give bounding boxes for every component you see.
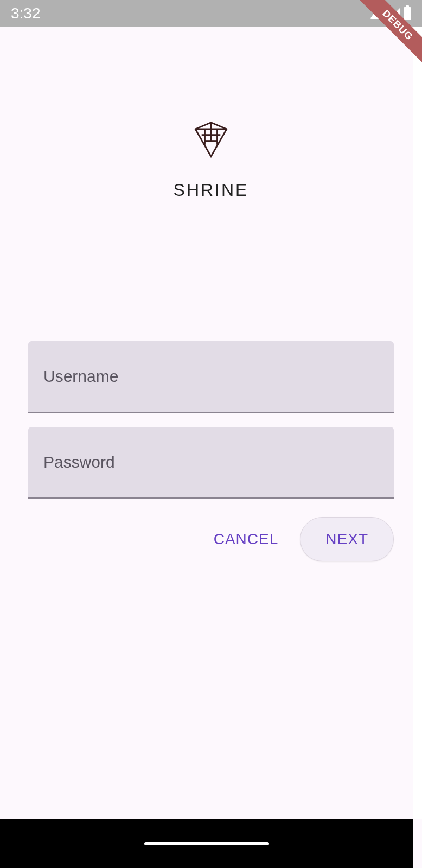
login-screen: SHRINE CANCEL NEXT <box>0 119 422 561</box>
screen-edge <box>413 27 422 819</box>
status-bar: 3:32 <box>0 0 422 27</box>
status-time: 3:32 <box>11 5 41 22</box>
username-field[interactable] <box>28 341 394 413</box>
app-name: SHRINE <box>174 180 249 200</box>
navigation-bar <box>0 819 413 868</box>
button-row: CANCEL NEXT <box>28 517 394 561</box>
cancel-button[interactable]: CANCEL <box>208 520 284 559</box>
battery-icon <box>404 7 411 20</box>
next-button[interactable]: NEXT <box>300 517 394 561</box>
nav-handle[interactable] <box>144 842 269 845</box>
diamond-icon <box>191 119 231 158</box>
password-field[interactable] <box>28 427 394 499</box>
logo-section: SHRINE <box>28 119 394 200</box>
